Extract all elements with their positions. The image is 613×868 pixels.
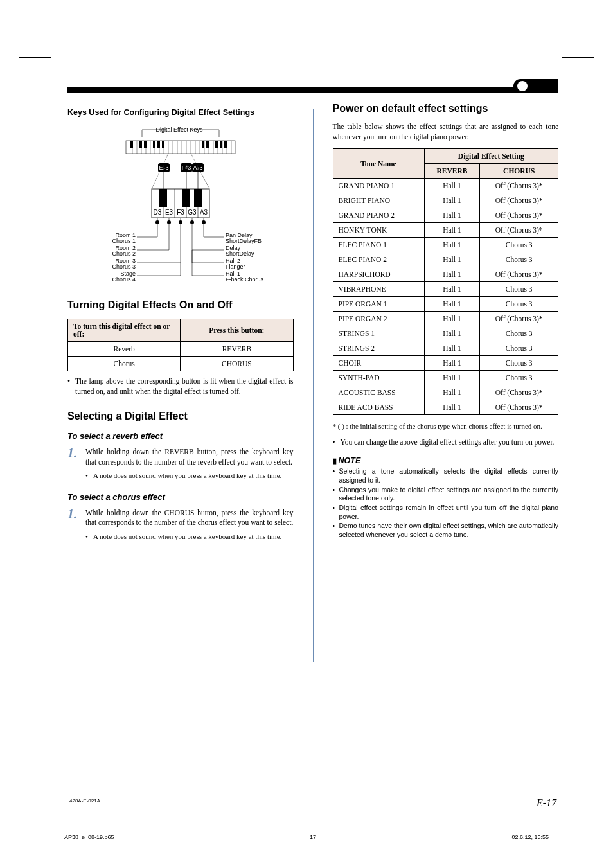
- select-heading: Selecting a Digital Effect: [67, 411, 294, 422]
- table-row: PIPE ORGAN 2Hall 1Off (Chorus 3)*: [333, 312, 558, 326]
- defaults-table: Tone Name Digital Effect Setting REVERB …: [333, 148, 559, 415]
- step-subnote: A note does not sound when you press a k…: [85, 532, 294, 542]
- footer-code: 428A-E-021A: [69, 798, 100, 804]
- svg-text:ShortDelay: ShortDelay: [226, 251, 254, 257]
- chorus-steps: 1. While holding down the CHORUS button,…: [67, 508, 294, 542]
- note-item: Digital effect settings remain in effect…: [333, 504, 559, 521]
- footer-meta: AP38_e_08-19.p65 17 02.6.12, 15:55: [64, 834, 549, 840]
- onoff-heading: Turning Digital Effects On and Off: [67, 299, 294, 311]
- step-number: 1.: [67, 445, 77, 462]
- table-row: ReverbREVERB: [68, 342, 294, 357]
- step-text: While holding down the CHORUS button, pr…: [85, 509, 294, 527]
- svg-rect-33: [220, 141, 222, 148]
- table-row: GRAND PIANO 1Hall 1Off (Chorus 3)*: [333, 179, 558, 193]
- note-item: Demo tunes have their own digital effect…: [333, 522, 559, 539]
- table-row: BRIGHT PIANOHall 1Off (Chorus 3)*: [333, 193, 558, 208]
- hdr-setting: Digital Effect Setting: [424, 149, 558, 164]
- svg-text:Flanger: Flanger: [226, 263, 245, 270]
- svg-rect-27: [153, 141, 155, 148]
- svg-text:G3: G3: [188, 209, 197, 216]
- onoff-hdr2: Press this button:: [181, 319, 293, 342]
- svg-text:E3: E3: [165, 209, 173, 216]
- tab-icon: [513, 79, 558, 93]
- table-row: ELEC PIANO 2Hall 1Chorus 3: [333, 252, 558, 267]
- svg-text:Chorus 3: Chorus 3: [112, 263, 136, 270]
- svg-text:A3: A3: [200, 209, 208, 216]
- table-row: GRAND PIANO 2Hall 1Off (Chorus 3)*: [333, 208, 558, 223]
- table-row: ACOUSTIC BASSHall 1Off (Chorus 3)*: [333, 385, 558, 400]
- svg-rect-30: [202, 141, 204, 148]
- hdr-tone: Tone Name: [333, 149, 424, 179]
- footer-page: 17: [310, 834, 316, 840]
- svg-text:ShortDelayFB: ShortDelayFB: [226, 238, 262, 244]
- svg-rect-29: [162, 141, 164, 148]
- svg-text:A♭3: A♭3: [193, 164, 202, 171]
- table-row: STRINGS 1Hall 1Chorus 3: [333, 326, 558, 341]
- note-item: Changes you make to digital effect setti…: [333, 486, 559, 503]
- table-row: CHOIRHall 1Chorus 3: [333, 356, 558, 371]
- svg-text:D3: D3: [153, 209, 161, 216]
- svg-text:F♯3: F♯3: [181, 164, 191, 171]
- svg-text:E♭3: E♭3: [159, 164, 168, 171]
- footer-file: AP38_e_08-19.p65: [64, 834, 114, 840]
- svg-rect-0: [126, 141, 235, 154]
- crop-mark: [562, 817, 594, 849]
- crop-mark: [19, 817, 51, 849]
- svg-rect-25: [139, 141, 142, 148]
- hdr-chorus: CHORUS: [480, 164, 558, 179]
- defaults-intro: The table below shows the effect setting…: [333, 122, 559, 142]
- svg-text:Chorus 2: Chorus 2: [112, 251, 136, 257]
- after-note: You can change the above digital effect …: [333, 438, 559, 448]
- footer-line: [51, 829, 562, 829]
- svg-rect-32: [215, 141, 218, 148]
- step-number: 1.: [67, 506, 77, 523]
- svg-rect-26: [144, 141, 147, 148]
- svg-point-56: [196, 190, 200, 194]
- svg-point-55: [184, 190, 188, 194]
- note-item: Selecting a tone automatically selects t…: [333, 467, 559, 484]
- column-divider: [313, 109, 314, 662]
- svg-text:F3: F3: [177, 209, 184, 216]
- footnote: * ( ) : the initial setting of the choru…: [333, 421, 559, 431]
- notes-list: Selecting a tone automatically selects t…: [333, 467, 559, 539]
- table-row: VIBRAPHONEHall 1Chorus 3: [333, 282, 558, 297]
- keys-config-heading: Keys Used for Configuring Digital Effect…: [67, 108, 294, 117]
- step-subnote: A note does not sound when you press a k…: [85, 471, 294, 481]
- svg-rect-31: [206, 141, 209, 148]
- table-row: RIDE ACO BASSHall 1Off (Chorus 3)*: [333, 400, 558, 415]
- left-column: Keys Used for Configuring Digital Effect…: [67, 103, 294, 791]
- svg-text:Chorus 1: Chorus 1: [112, 238, 136, 244]
- note-header: NOTE: [333, 456, 559, 465]
- table-row: HARPSICHORDHall 1Off (Chorus 3)*: [333, 267, 558, 282]
- table-row: ChorusCHORUS: [68, 357, 294, 371]
- footer-timestamp: 02.6.12, 15:55: [511, 834, 549, 840]
- table-row: PIPE ORGAN 1Hall 1Chorus 3: [333, 297, 558, 312]
- header-bar: [67, 87, 558, 93]
- svg-rect-34: [224, 141, 227, 148]
- chorus-subheading: To select a chorus effect: [67, 492, 294, 502]
- crop-mark: [562, 26, 594, 58]
- svg-rect-24: [130, 141, 133, 148]
- hdr-reverb: REVERB: [424, 164, 480, 179]
- page-number: E-17: [537, 797, 556, 809]
- svg-point-54: [161, 190, 165, 194]
- crop-mark: [19, 26, 51, 58]
- reverb-subheading: To select a reverb effect: [67, 431, 294, 441]
- svg-rect-28: [157, 141, 160, 148]
- onoff-hdr1: To turn this digital effect on or off:: [68, 319, 181, 342]
- keyboard-diagram: E♭3 F♯3 A♭3 D3 E3 F3 G3 A3: [67, 125, 294, 285]
- svg-text:Chorus 4: Chorus 4: [112, 276, 136, 283]
- table-row: STRINGS 2Hall 1Chorus 3: [333, 341, 558, 356]
- step-text: While holding down the REVERB button, pr…: [85, 448, 294, 466]
- defaults-heading: Power on default effect settings: [333, 103, 559, 114]
- svg-text:F-back Chorus: F-back Chorus: [226, 276, 264, 283]
- onoff-note: The lamp above the corresponding button …: [67, 376, 294, 396]
- table-row: SYNTH-PADHall 1Chorus 3: [333, 371, 558, 385]
- right-column: Power on default effect settings The tab…: [333, 103, 559, 791]
- table-row: ELEC PIANO 1Hall 1Chorus 3: [333, 238, 558, 252]
- svg-text:Digital Effect Keys: Digital Effect Keys: [155, 127, 202, 133]
- table-row: HONKY-TONKHall 1Off (Chorus 3)*: [333, 223, 558, 238]
- onoff-table: To turn this digital effect on or off: P…: [67, 319, 294, 371]
- reverb-steps: 1. While holding down the REVERB button,…: [67, 447, 294, 481]
